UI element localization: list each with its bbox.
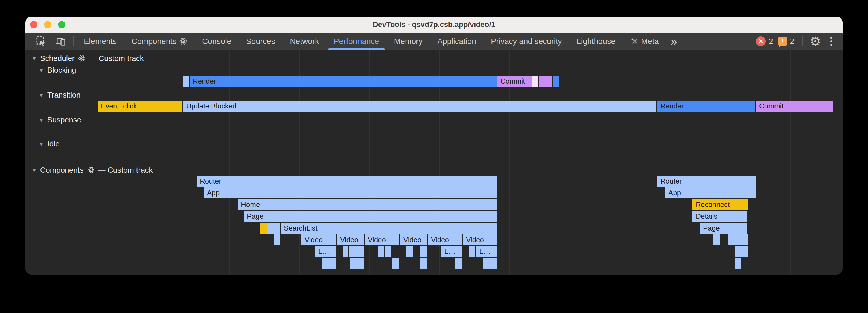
tab-console[interactable]: Console: [195, 33, 239, 50]
flame-bar-l[interactable]: L…: [441, 246, 462, 257]
tab-application[interactable]: Application: [430, 33, 484, 50]
collapse-triangle-icon[interactable]: ▼: [38, 141, 44, 147]
flame-bar[interactable]: [483, 258, 497, 269]
flame-bar-l[interactable]: L…: [476, 246, 497, 257]
flame-bar-page[interactable]: Page: [244, 211, 497, 222]
toolbar-right-group: × 2 ! 2 ⚙: [756, 33, 843, 50]
window-title: DevTools - qsvd7p.csb.app/video/1: [373, 21, 495, 29]
flame-bar[interactable]: [343, 246, 348, 257]
tab-performance[interactable]: Performance: [326, 33, 386, 50]
flame-bar[interactable]: [735, 246, 741, 257]
lane-suspense[interactable]: ▼ Suspense: [38, 115, 81, 124]
flame-bar-video[interactable]: Video: [428, 234, 462, 245]
lane-idle[interactable]: ▼ Idle: [38, 140, 60, 148]
flame-bar-reconnect[interactable]: Reconnect: [692, 199, 748, 210]
flame-bar-details[interactable]: Details: [692, 211, 747, 222]
toolbar-separator: [73, 36, 73, 46]
error-count[interactable]: 2: [769, 37, 773, 46]
flame-bar[interactable]: [183, 76, 189, 87]
tab-privacy-and-security[interactable]: Privacy and security: [484, 33, 569, 50]
lane-blocking[interactable]: ▼ Blocking: [38, 66, 76, 75]
timeline-gridline: [650, 50, 650, 275]
flame-bar[interactable]: [420, 258, 427, 269]
collapse-triangle-icon[interactable]: ▼: [31, 56, 37, 62]
collapse-triangle-icon[interactable]: ▼: [38, 67, 44, 73]
flame-bar[interactable]: [385, 246, 391, 257]
flame-bar[interactable]: [532, 76, 538, 87]
lane-transition[interactable]: ▼ Transition: [38, 91, 81, 99]
collapse-triangle-icon[interactable]: ▼: [38, 92, 44, 98]
flame-bar[interactable]: [741, 234, 748, 245]
flame-bar[interactable]: [741, 246, 748, 257]
tab-sources[interactable]: Sources: [239, 33, 282, 50]
flame-bar[interactable]: [455, 258, 462, 269]
flame-bar[interactable]: [392, 258, 399, 269]
flame-bar[interactable]: [268, 222, 280, 234]
flame-bar-app[interactable]: App: [204, 187, 497, 198]
window-titlebar: DevTools - qsvd7p.csb.app/video/1: [25, 17, 843, 33]
toggle-device-toolbar-button[interactable]: [51, 33, 70, 50]
more-options-menu-button[interactable]: [825, 37, 837, 46]
flame-bar-page[interactable]: Page: [700, 222, 747, 234]
minimize-button[interactable]: [44, 21, 52, 28]
flame-bar[interactable]: [349, 246, 364, 257]
device-toolbar-icon: [55, 35, 66, 47]
flame-bar-video[interactable]: Video: [365, 234, 399, 245]
flame-bar[interactable]: [469, 246, 475, 257]
inspect-element-button[interactable]: [31, 33, 51, 50]
scheduler-track-header[interactable]: ▼ Scheduler — Custom track: [31, 54, 144, 63]
flame-bar[interactable]: [322, 258, 336, 269]
flame-bar-router[interactable]: Router: [657, 176, 755, 186]
flame-bar-video[interactable]: Video: [337, 234, 364, 245]
flame-bar[interactable]: [735, 258, 741, 269]
flame-bar-video[interactable]: Video: [400, 234, 427, 245]
flame-bar[interactable]: [713, 234, 720, 245]
tab-lighthouse[interactable]: Lighthouse: [569, 33, 623, 50]
toolbar-separator: [802, 36, 803, 46]
zoom-button[interactable]: [58, 21, 65, 28]
timeline[interactable]: ▼ Scheduler — Custom track ▼ Blocking ▼ …: [25, 50, 843, 275]
flame-bar-app[interactable]: App: [665, 187, 755, 198]
tab-memory[interactable]: Memory: [387, 33, 430, 50]
flame-bar[interactable]: [378, 246, 384, 257]
close-button[interactable]: [30, 21, 37, 28]
flame-bar-update-blocked[interactable]: Update Blocked: [183, 101, 656, 112]
issue-count[interactable]: 2: [790, 37, 795, 46]
flame-bar-router[interactable]: Router: [197, 176, 497, 186]
timeline-gridline: [580, 50, 580, 275]
flame-bar-event-click[interactable]: Event: click: [98, 101, 182, 112]
flame-bar[interactable]: [274, 234, 280, 245]
flame-bar-render[interactable]: Render: [657, 101, 755, 112]
flame-bar[interactable]: [728, 234, 741, 245]
timeline-gridline: [89, 50, 89, 275]
console-errors-icon[interactable]: ×: [756, 36, 766, 46]
flame-bar[interactable]: [350, 258, 364, 269]
components-track-header[interactable]: ▼ Components — Custom track: [31, 166, 153, 175]
flame-bar-searchlist[interactable]: SearchList: [281, 222, 497, 234]
settings-gear-icon[interactable]: ⚙: [805, 35, 825, 47]
flame-bar-l[interactable]: L…: [315, 246, 336, 257]
flame-bar[interactable]: [406, 246, 413, 257]
issues-icon[interactable]: !: [778, 37, 787, 46]
window-controls: [30, 21, 65, 28]
react-atom-icon: [87, 166, 95, 174]
flame-bar-render[interactable]: Render: [189, 76, 497, 87]
flame-bar[interactable]: [539, 76, 552, 87]
flame-bar-home[interactable]: Home: [238, 199, 497, 210]
tab-meta[interactable]: Meta: [623, 33, 666, 50]
flame-bar-commit[interactable]: Commit: [497, 76, 532, 87]
flame-bar-video[interactable]: Video: [301, 234, 336, 245]
flame-bar[interactable]: [553, 76, 559, 87]
flame-bar[interactable]: [420, 246, 427, 257]
flame-bar-video[interactable]: Video: [463, 234, 497, 245]
tab-components[interactable]: Components: [124, 33, 195, 50]
more-tabs-button[interactable]: »: [666, 33, 681, 50]
collapse-triangle-icon[interactable]: ▼: [38, 117, 44, 123]
double-chevron-icon: »: [671, 34, 677, 48]
flame-bar-commit[interactable]: Commit: [756, 101, 833, 112]
timeline-gridline: [720, 50, 720, 275]
tab-elements[interactable]: Elements: [76, 33, 124, 50]
collapse-triangle-icon[interactable]: ▼: [31, 167, 37, 173]
flame-bar[interactable]: [259, 222, 267, 234]
tab-network[interactable]: Network: [282, 33, 326, 50]
